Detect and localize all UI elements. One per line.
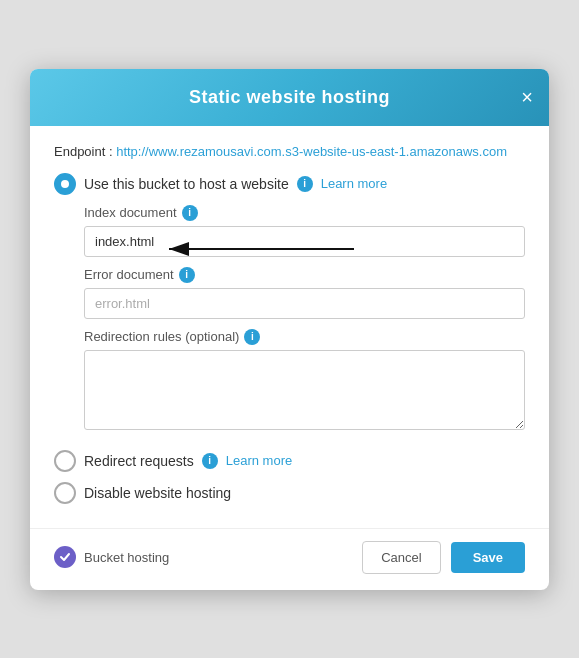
error-document-label: Error document (84, 267, 174, 282)
index-document-input[interactable] (84, 226, 525, 257)
redirect-info-icon[interactable]: i (202, 453, 218, 469)
use-bucket-learn-more[interactable]: Learn more (321, 176, 387, 191)
endpoint-label: Endpoint : (54, 144, 116, 159)
modal-footer: Bucket hosting Cancel Save (30, 528, 549, 590)
radio-disable[interactable] (54, 482, 76, 504)
error-document-label-row: Error document i (84, 267, 525, 283)
option-disable-row: Disable website hosting (54, 482, 525, 504)
index-document-label-row: Index document i (84, 205, 525, 221)
error-document-info-icon[interactable]: i (179, 267, 195, 283)
modal-container: Static website hosting × Endpoint : http… (30, 69, 549, 590)
redirect-learn-more[interactable]: Learn more (226, 453, 292, 468)
disable-label: Disable website hosting (84, 485, 231, 501)
modal-body: Endpoint : http://www.rezamousavi.com.s3… (30, 126, 549, 528)
redirection-rules-input[interactable] (84, 350, 525, 430)
use-bucket-info-icon[interactable]: i (297, 176, 313, 192)
modal-title: Static website hosting (189, 87, 390, 108)
index-input-container (84, 226, 525, 267)
use-bucket-label: Use this bucket to host a website (84, 176, 289, 192)
endpoint-url[interactable]: http://www.rezamousavi.com.s3-website-us… (116, 144, 507, 159)
error-document-input[interactable] (84, 288, 525, 319)
redirection-rules-label-row: Redirection rules (optional) i (84, 329, 525, 345)
status-check-icon (54, 546, 76, 568)
option-use-bucket-row: Use this bucket to host a website i Lear… (54, 173, 525, 195)
radio-use-bucket[interactable] (54, 173, 76, 195)
save-button[interactable]: Save (451, 542, 525, 573)
option-redirect-row: Redirect requests i Learn more (54, 450, 525, 472)
redirection-rules-label: Redirection rules (optional) (84, 329, 239, 344)
footer-status: Bucket hosting (54, 546, 352, 568)
redirect-label: Redirect requests (84, 453, 194, 469)
cancel-button[interactable]: Cancel (362, 541, 440, 574)
fields-section: Index document i Error document (84, 205, 525, 444)
modal-header: Static website hosting × (30, 69, 549, 126)
endpoint-row: Endpoint : http://www.rezamousavi.com.s3… (54, 144, 525, 159)
footer-status-label: Bucket hosting (84, 550, 169, 565)
index-document-label: Index document (84, 205, 177, 220)
close-button[interactable]: × (521, 87, 533, 107)
redirection-rules-info-icon[interactable]: i (244, 329, 260, 345)
radio-redirect[interactable] (54, 450, 76, 472)
index-document-info-icon[interactable]: i (182, 205, 198, 221)
